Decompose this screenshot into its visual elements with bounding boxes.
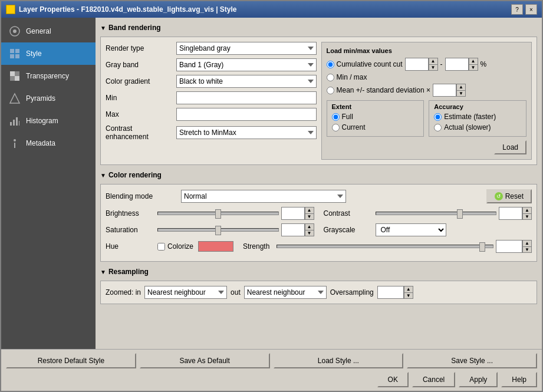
- contrast-up[interactable]: ▲: [522, 207, 532, 213]
- mean-value-down[interactable]: ▼: [456, 90, 466, 97]
- gray-band-select[interactable]: Band 1 (Gray): [176, 58, 317, 71]
- sidebar-item-style[interactable]: Style: [1, 42, 96, 65]
- apply-button[interactable]: Apply: [459, 372, 498, 387]
- resampling-section: ▼ Resampling Zoomed: in Nearest neighbou…: [100, 266, 537, 304]
- sidebar-item-transparency-label: Transparency: [26, 72, 69, 80]
- extent-box: Extent Full Current: [327, 100, 424, 137]
- color-rendering-content: Blending mode Normal Lighten Multiply ↺ …: [100, 184, 537, 262]
- saturation-input[interactable]: 0: [281, 223, 305, 236]
- reset-button[interactable]: ↺ Reset: [486, 189, 532, 203]
- save-as-default-button[interactable]: Save As Default: [140, 353, 270, 368]
- svg-rect-11: [10, 122, 12, 126]
- sidebar-item-metadata[interactable]: Metadata: [1, 132, 96, 154]
- blending-mode-select[interactable]: Normal Lighten Multiply: [181, 190, 346, 203]
- help-window-btn[interactable]: ?: [511, 4, 523, 15]
- zoomed-in-dropdown-wrap: Nearest neighbour Bilinear Cubic: [144, 286, 227, 299]
- strength-up[interactable]: ▲: [522, 240, 532, 246]
- svg-rect-12: [13, 120, 15, 126]
- contrast-slider[interactable]: [376, 212, 497, 215]
- accuracy-actual-radio[interactable]: [434, 124, 442, 131]
- contrast-down[interactable]: ▼: [522, 213, 532, 220]
- mean-value-wrap: 1.00 ▲ ▼: [433, 84, 466, 97]
- grayscale-select[interactable]: Off By lightness By luminosity By averag…: [376, 223, 446, 236]
- brightness-input[interactable]: 0: [281, 207, 305, 220]
- help-button[interactable]: Help: [501, 372, 537, 387]
- svg-rect-7: [15, 71, 19, 76]
- resampling-content: Zoomed: in Nearest neighbour Bilinear Cu…: [100, 281, 537, 304]
- minmax-radio[interactable]: [327, 74, 334, 81]
- cumulative-min-spin: ▲ ▼: [429, 58, 438, 71]
- zoomed-in-label: Zoomed: in: [106, 288, 141, 297]
- sidebar-item-general-label: General: [26, 27, 51, 35]
- contrast-enhancement-label: Contrast enhancement: [106, 124, 176, 141]
- cancel-button[interactable]: Cancel: [412, 372, 455, 387]
- oversampling-down[interactable]: ▼: [404, 292, 413, 299]
- accuracy-estimate-radio[interactable]: [434, 113, 442, 121]
- cumulative-max-up[interactable]: ▲: [469, 58, 478, 64]
- svg-rect-3: [15, 49, 19, 53]
- extent-full-radio[interactable]: [332, 113, 340, 121]
- load-button[interactable]: Load: [494, 140, 526, 154]
- mean-radio[interactable]: [327, 87, 334, 94]
- strength-down[interactable]: ▼: [522, 246, 532, 253]
- bottom-row: Restore Default Style Save As Default Lo…: [1, 349, 542, 391]
- max-input[interactable]: 63: [176, 108, 317, 121]
- extent-current-radio[interactable]: [332, 124, 340, 131]
- save-style-button[interactable]: Save Style ...: [407, 353, 537, 368]
- color-rendering-arrow: ▼: [100, 172, 106, 179]
- saturation-value-wrap: 0 ▲ ▼: [281, 223, 314, 236]
- cumulative-min-input[interactable]: 2.0: [405, 58, 429, 71]
- ok-button[interactable]: OK: [377, 372, 409, 387]
- oversampling-up[interactable]: ▲: [404, 286, 413, 292]
- color-swatch[interactable]: [198, 241, 233, 252]
- zoomed-out-select[interactable]: Nearest neighbour Bilinear Cubic: [244, 286, 327, 299]
- cumulative-min-up[interactable]: ▲: [429, 58, 438, 64]
- sidebar-item-general[interactable]: General: [1, 20, 96, 42]
- restore-default-button[interactable]: Restore Default Style: [6, 353, 136, 368]
- cumulative-label: Cumulative count cut: [337, 60, 403, 68]
- brightness-slider[interactable]: [157, 212, 279, 215]
- accuracy-box: Accuracy Estimate (faster) Actual (slowe…: [429, 100, 526, 137]
- svg-rect-4: [10, 54, 14, 58]
- colorize-checkbox[interactable]: [157, 243, 165, 251]
- strength-input[interactable]: 100%: [496, 240, 522, 253]
- brightness-up[interactable]: ▲: [305, 207, 314, 213]
- color-gradient-select[interactable]: Black to white White to black: [176, 75, 317, 88]
- render-type-select[interactable]: Singleband gray: [176, 42, 317, 55]
- sidebar-item-pyramids[interactable]: Pyramids: [1, 87, 96, 110]
- blending-mode-dropdown-wrap: Normal Lighten Multiply: [181, 190, 346, 203]
- strength-slider[interactable]: [277, 245, 493, 248]
- brightness-value-wrap: 0 ▲ ▼: [281, 207, 314, 220]
- saturation-up[interactable]: ▲: [305, 223, 314, 230]
- contrast-input[interactable]: 0: [499, 207, 522, 220]
- extent-full-row: Full: [332, 113, 419, 121]
- sidebar-item-metadata-label: Metadata: [26, 139, 55, 147]
- sidebar-item-histogram[interactable]: Histogram: [1, 110, 96, 132]
- load-style-button[interactable]: Load Style ...: [274, 353, 404, 368]
- saturation-label: Saturation: [106, 226, 153, 234]
- gray-band-dropdown-wrap: Band 1 (Gray): [176, 58, 317, 71]
- cumulative-max-input[interactable]: 98.0: [445, 58, 469, 71]
- min-input[interactable]: 0: [176, 91, 317, 104]
- contrast-enhancement-select[interactable]: Stretch to MinMax No enhancement Stretch…: [176, 126, 317, 139]
- zoomed-out-label: out: [231, 288, 241, 297]
- close-window-btn[interactable]: ×: [525, 4, 537, 15]
- band-rendering-title: Band rendering: [108, 24, 161, 32]
- mean-value-spin: ▲ ▼: [456, 84, 466, 97]
- mean-value-up[interactable]: ▲: [456, 84, 466, 90]
- brightness-down[interactable]: ▼: [305, 213, 314, 220]
- zoomed-out-dropdown-wrap: Nearest neighbour Bilinear Cubic: [244, 286, 327, 299]
- sidebar-item-style-label: Style: [26, 50, 42, 58]
- saturation-down[interactable]: ▼: [305, 230, 314, 236]
- cumulative-radio[interactable]: [327, 61, 334, 68]
- cumulative-max-down[interactable]: ▼: [469, 64, 478, 71]
- style-icon: [8, 47, 21, 60]
- cumulative-max-spin: ▲ ▼: [469, 58, 478, 71]
- saturation-slider[interactable]: [157, 228, 279, 232]
- mean-value-input[interactable]: 1.00: [433, 84, 456, 97]
- resampling-header: ▼ Resampling: [100, 266, 537, 277]
- sidebar-item-transparency[interactable]: Transparency: [1, 65, 96, 87]
- oversampling-input[interactable]: 2.00: [377, 286, 404, 299]
- zoomed-in-select[interactable]: Nearest neighbour Bilinear Cubic: [144, 286, 227, 299]
- cumulative-min-down[interactable]: ▼: [429, 64, 438, 71]
